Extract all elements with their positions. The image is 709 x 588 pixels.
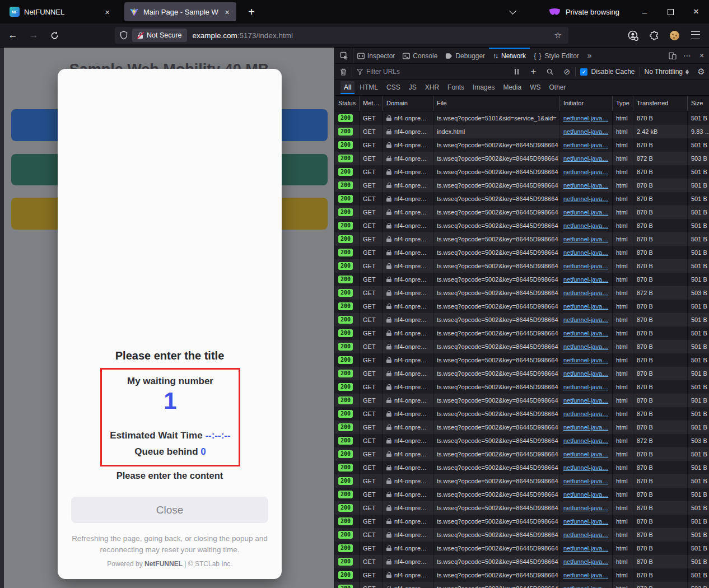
network-request-row[interactable]: 200 GET nf4-onpre… ts.wseq?opcode=5002&k…: [335, 273, 709, 286]
search-icon[interactable]: [542, 68, 558, 75]
clear-requests-trash-icon[interactable]: [335, 68, 352, 76]
initiator-link[interactable]: netfunnel-java…: [563, 501, 608, 515]
initiator-link[interactable]: netfunnel-java…: [563, 434, 608, 447]
tab-inspector[interactable]: Inspector: [353, 48, 399, 63]
column-initiator[interactable]: Initiator: [560, 96, 613, 111]
filter-other[interactable]: Other: [545, 81, 569, 94]
initiator-link[interactable]: netfunnel-java…: [563, 246, 608, 259]
network-request-row[interactable]: 200 GET nf4-onpre… ts.wseq?opcode=5002&k…: [335, 165, 709, 179]
disable-cache-checkbox[interactable]: ✓: [580, 68, 587, 76]
column-file[interactable]: File: [433, 96, 560, 111]
network-request-row[interactable]: 200 GET nf4-onpre… ts.wseq?opcode=5002&k…: [335, 179, 709, 192]
tab-close-icon[interactable]: ×: [103, 7, 111, 17]
network-request-row[interactable]: 200 GET nf4-onpre… ts.wseq?opcode=5002&k…: [335, 394, 709, 407]
initiator-link[interactable]: netfunnel-java…: [563, 111, 608, 125]
initiator-link[interactable]: netfunnel-java…: [563, 259, 608, 273]
minimize-button[interactable]: –: [632, 0, 657, 24]
forward-button[interactable]: →: [24, 24, 43, 47]
browser-tab-main-page[interactable]: Main Page - Sample Web ×: [124, 2, 236, 21]
column-status[interactable]: Status: [335, 96, 360, 111]
network-request-row[interactable]: 200 GET nf4-onpre… ts.wseq?opcode=5101&s…: [335, 111, 709, 125]
network-request-row[interactable]: 200 GET nf4-onpre… ts.wseq?opcode=5002&k…: [335, 434, 709, 447]
filter-css[interactable]: CSS: [383, 81, 404, 94]
new-request-plus-icon[interactable]: +: [525, 66, 542, 77]
network-settings-gear-icon[interactable]: ⚙: [693, 67, 709, 77]
initiator-link[interactable]: netfunnel-java…: [563, 219, 608, 232]
block-requests-icon[interactable]: ⊘: [558, 67, 575, 76]
filter-xhr[interactable]: XHR: [422, 81, 442, 94]
network-request-row[interactable]: 200 GET nf4-onpre… ts.wseq?opcode=5002&k…: [335, 421, 709, 434]
devtools-close-icon[interactable]: ×: [694, 51, 709, 60]
responsive-design-mode-icon[interactable]: [665, 52, 680, 59]
column-domain[interactable]: Domain: [383, 96, 433, 111]
network-request-row[interactable]: 200 GET nf4-onpre… ts.wseq?opcode=5002&k…: [335, 488, 709, 501]
network-request-row[interactable]: 200 GET nf4-onpre… ts.wseq?opcode=5002&k…: [335, 313, 709, 326]
network-request-row[interactable]: 200 GET nf4-onpre… ts.wseq?opcode=5002&k…: [335, 138, 709, 152]
filter-all[interactable]: All: [340, 81, 354, 94]
list-all-tabs-chevron-icon[interactable]: [509, 7, 516, 15]
network-request-row[interactable]: 200 GET nf4-onpre… ts.wseq?opcode=5002&k…: [335, 259, 709, 273]
initiator-link[interactable]: netfunnel-java…: [563, 394, 608, 407]
tab-debugger[interactable]: Debugger: [441, 48, 489, 63]
filter-images[interactable]: Images: [469, 81, 498, 94]
network-request-row[interactable]: 200 GET nf4-onpre… ts.wseq?opcode=5002&k…: [335, 367, 709, 380]
network-request-row[interactable]: 200 GET nf4-onpre… ts.wseq?opcode=5002&k…: [335, 353, 709, 367]
back-button[interactable]: ←: [3, 24, 22, 47]
network-request-row[interactable]: 200 GET nf4-onpre… ts.wseq?opcode=5002&k…: [335, 380, 709, 394]
browser-tab-netfunnel[interactable]: NF NetFUNNEL ×: [4, 2, 116, 21]
initiator-link[interactable]: netfunnel-java…: [563, 125, 608, 138]
initiator-link[interactable]: netfunnel-java…: [563, 461, 608, 474]
network-request-row[interactable]: 200 GET nf4-onpre… ts.wseq?opcode=5002&k…: [335, 474, 709, 488]
initiator-link[interactable]: netfunnel-java…: [563, 447, 608, 461]
initiator-link[interactable]: netfunnel-java…: [563, 421, 608, 434]
network-request-row[interactable]: 200 GET nf4-onpre… ts.wseq?opcode=5002&k…: [335, 515, 709, 528]
initiator-link[interactable]: netfunnel-java…: [563, 582, 608, 588]
more-tabs-chevrons-icon[interactable]: »: [583, 48, 596, 63]
initiator-link[interactable]: netfunnel-java…: [563, 179, 608, 192]
initiator-link[interactable]: netfunnel-java…: [563, 138, 608, 152]
new-tab-button[interactable]: +: [244, 6, 259, 18]
not-secure-chip[interactable]: Not Secure: [132, 29, 187, 42]
network-request-row[interactable]: 200 GET nf4-onpre… ts.wseq?opcode=5002&k…: [335, 461, 709, 474]
network-request-row[interactable]: 200 GET nf4-onpre… ts.wseq?opcode=5002&k…: [335, 555, 709, 568]
close-window-button[interactable]: ×: [683, 0, 709, 24]
account-icon[interactable]: [626, 29, 640, 42]
network-request-row[interactable]: 200 GET nf4-onpre… ts.wseq?opcode=5002&k…: [335, 232, 709, 246]
tab-network[interactable]: ↑↓ Network: [489, 48, 530, 63]
initiator-link[interactable]: netfunnel-java…: [563, 192, 608, 206]
network-request-row[interactable]: 200 GET nf4-onpre… ts.wseq?opcode=5002&k…: [335, 286, 709, 300]
initiator-link[interactable]: netfunnel-java…: [563, 488, 608, 501]
initiator-link[interactable]: netfunnel-java…: [563, 407, 608, 421]
filter-js[interactable]: JS: [405, 81, 420, 94]
initiator-link[interactable]: netfunnel-java…: [563, 165, 608, 179]
network-request-row[interactable]: 200 GET nf4-onpre… ts.wseq?opcode=5002&k…: [335, 528, 709, 542]
network-request-row[interactable]: 200 GET nf4-onpre… ts.wseq?opcode=5002&k…: [335, 206, 709, 219]
initiator-link[interactable]: netfunnel-java…: [563, 528, 608, 542]
cookie-extension-icon[interactable]: [668, 29, 681, 42]
network-request-row[interactable]: 200 GET nf4-onpre… index.html netfunnel-…: [335, 125, 709, 138]
initiator-link[interactable]: netfunnel-java…: [563, 273, 608, 286]
network-request-row[interactable]: 200 GET nf4-onpre… ts.wseq?opcode=5002&k…: [335, 219, 709, 232]
column-size[interactable]: Size: [688, 96, 709, 111]
url-bar[interactable]: Not Secure example.com:5173/index.html ☆: [115, 27, 568, 44]
column-type[interactable]: Type: [613, 96, 633, 111]
network-request-row[interactable]: 200 GET nf4-onpre… ts.wseq?opcode=5002&k…: [335, 192, 709, 206]
network-request-row[interactable]: 200 GET nf4-onpre… ts.wseq?opcode=5002&k…: [335, 501, 709, 515]
filter-html[interactable]: HTML: [356, 81, 381, 94]
filter-fonts[interactable]: Fonts: [444, 81, 468, 94]
initiator-link[interactable]: netfunnel-java…: [563, 313, 608, 326]
initiator-link[interactable]: netfunnel-java…: [563, 286, 608, 300]
pick-element-icon[interactable]: [335, 48, 353, 63]
column-method[interactable]: Met…: [360, 96, 383, 111]
modal-close-button[interactable]: Close: [71, 497, 268, 523]
initiator-link[interactable]: netfunnel-java…: [563, 232, 608, 246]
tab-console[interactable]: Console: [399, 48, 441, 63]
initiator-link[interactable]: netfunnel-java…: [563, 555, 608, 568]
maximize-button[interactable]: [657, 0, 683, 24]
network-request-row[interactable]: 200 GET nf4-onpre… ts.wseq?opcode=5002&k…: [335, 447, 709, 461]
initiator-link[interactable]: netfunnel-java…: [563, 367, 608, 380]
reload-button[interactable]: [45, 24, 64, 47]
bookmark-star-icon[interactable]: ☆: [552, 30, 564, 40]
initiator-link[interactable]: netfunnel-java…: [563, 515, 608, 528]
tab-close-icon[interactable]: ×: [223, 7, 231, 17]
